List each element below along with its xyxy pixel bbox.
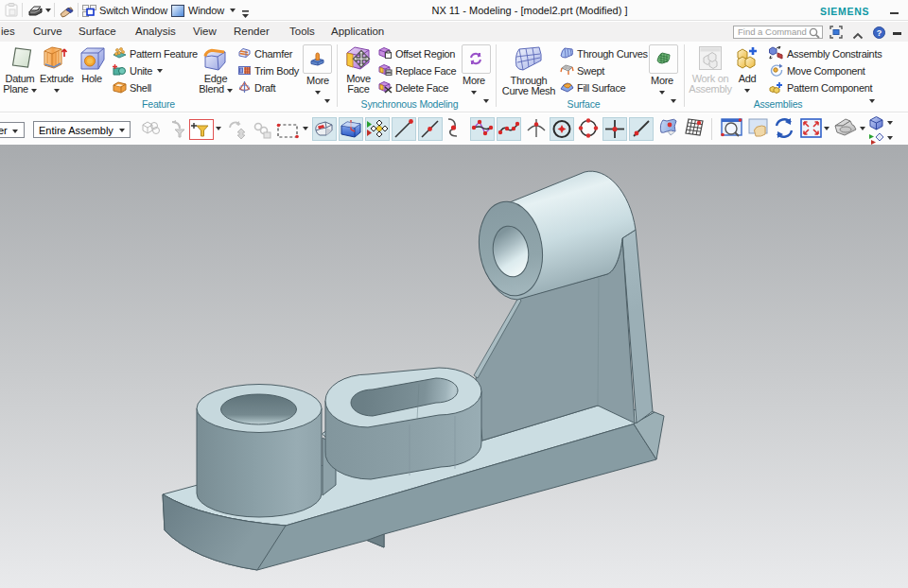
svg-text:?: ? (877, 28, 882, 38)
